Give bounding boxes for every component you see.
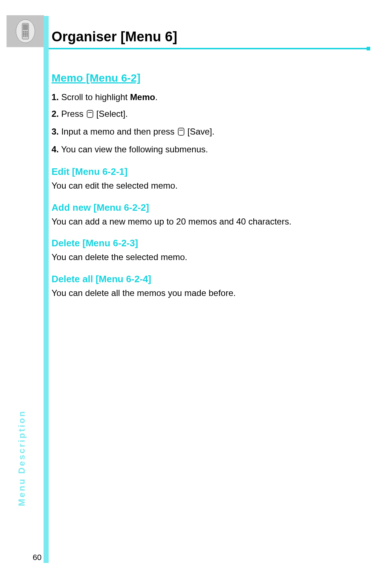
svg-rect-4 — [25, 31, 26, 32]
svg-rect-13 — [25, 36, 26, 37]
step-number: 3. — [52, 127, 59, 136]
svg-rect-17 — [178, 128, 184, 135]
svg-rect-7 — [25, 33, 26, 34]
svg-rect-15 — [87, 110, 93, 118]
sub-body: You can edit the selected memo. — [52, 180, 378, 192]
sub-body: You can delete the selected memo. — [52, 251, 378, 263]
svg-rect-5 — [26, 31, 28, 32]
svg-rect-9 — [23, 34, 24, 35]
step-number: 4. — [52, 144, 59, 154]
sub-title: Delete all [Menu 6-2-4] — [52, 274, 378, 285]
chapter-icon-box — [7, 15, 44, 47]
sub-title: Edit [Menu 6-2-1] — [52, 166, 378, 177]
step-item: 4. You can view the following submenus. — [52, 143, 378, 156]
step-item: 1. Scroll to highlight Memo. — [52, 91, 378, 104]
step-text: Press — [59, 109, 86, 119]
softkey-icon — [87, 108, 93, 122]
svg-rect-6 — [23, 33, 24, 34]
step-item: 3. Input a memo and then press [Save]. — [52, 125, 378, 139]
sub-body: You can add a new memo up to 20 memos an… — [52, 215, 378, 228]
step-number: 2. — [52, 109, 59, 119]
step-text: Scroll to highlight — [59, 92, 130, 102]
svg-rect-3 — [23, 31, 24, 32]
step-bold: Memo — [130, 92, 155, 102]
left-accent-bar — [44, 16, 49, 563]
content-area: Memo [Menu 6-2] 1. Scroll to highlight M… — [52, 72, 378, 299]
section-label-vertical: Menu Description — [17, 410, 27, 506]
step-list: 1. Scroll to highlight Memo. 2. Press [S… — [52, 91, 378, 156]
step-text-post: [Save]. — [185, 127, 215, 136]
svg-rect-8 — [26, 33, 28, 34]
svg-rect-12 — [23, 36, 24, 37]
step-text: You can view the following submenus. — [59, 144, 208, 154]
phone-icon — [16, 19, 35, 44]
svg-rect-14 — [26, 36, 28, 37]
sub-title: Add new [Menu 6-2-2] — [52, 202, 378, 213]
step-text-post: . — [155, 92, 158, 102]
svg-rect-10 — [25, 34, 26, 35]
page-number: 60 — [33, 553, 41, 562]
step-item: 2. Press [Select]. — [52, 107, 378, 122]
sub-body: You can delete all the memos you made be… — [52, 287, 378, 299]
divider-rule — [44, 48, 370, 49]
svg-rect-2 — [23, 24, 28, 30]
softkey-icon — [178, 126, 184, 139]
step-number: 1. — [52, 92, 59, 102]
section-title: Memo [Menu 6-2] — [52, 72, 378, 84]
sub-title: Delete [Menu 6-2-3] — [52, 238, 378, 249]
step-text: Input a memo and then press — [59, 127, 177, 136]
chapter-title: Organiser [Menu 6] — [52, 29, 177, 45]
svg-rect-11 — [26, 34, 28, 35]
step-text-post: [Select]. — [94, 109, 128, 119]
